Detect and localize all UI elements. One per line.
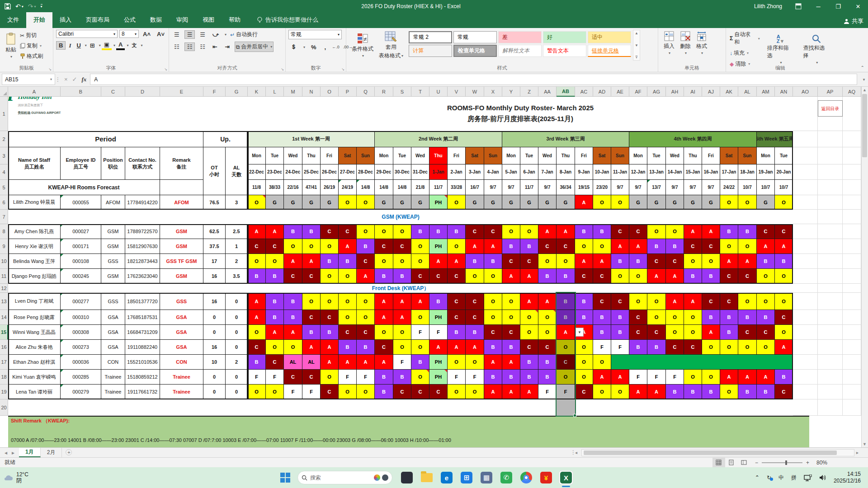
empty-cell[interactable]: [843, 284, 861, 293]
shift-cell[interactable]: A: [720, 370, 738, 385]
staff-remark[interactable]: AFOM: [160, 195, 203, 210]
shift-cell[interactable]: O: [339, 385, 357, 399]
shift-cell[interactable]: B: [502, 340, 520, 355]
align-bottom-icon[interactable]: ☰: [198, 31, 208, 38]
shift-cell[interactable]: B: [775, 254, 793, 269]
col-header-A[interactable]: A: [8, 87, 61, 97]
app-wechat[interactable]: ✆: [500, 471, 513, 484]
staff-position[interactable]: GSM: [101, 224, 125, 239]
shift-cell[interactable]: O: [720, 195, 738, 210]
shift-cell[interactable]: O: [466, 385, 484, 399]
shift-cell[interactable]: C: [393, 385, 411, 399]
shift-cell[interactable]: AL: [284, 355, 302, 370]
shift-cell[interactable]: O: [411, 239, 429, 254]
shift-cell[interactable]: B: [321, 254, 339, 269]
staff-id[interactable]: 000310: [61, 310, 101, 325]
shift-cell[interactable]: B: [702, 269, 720, 284]
row-header-1[interactable]: 1: [0, 97, 8, 131]
staff-contact[interactable]: 17685187531: [125, 310, 160, 325]
staff-ot-hours[interactable]: 10: [203, 355, 226, 370]
col-header-AN[interactable]: AN: [775, 87, 793, 97]
col-header-D[interactable]: D: [125, 87, 160, 97]
number-format-select[interactable]: 常规▾: [288, 30, 342, 39]
shift-cell[interactable]: B: [593, 224, 611, 239]
col-header-P[interactable]: P: [339, 87, 357, 97]
shift-cell[interactable]: A: [593, 254, 611, 269]
shift-cell[interactable]: B: [611, 254, 629, 269]
shift-cell[interactable]: A: [248, 310, 266, 325]
staff-contact[interactable]: 17623623040: [125, 269, 160, 284]
staff-id[interactable]: 000273: [61, 340, 101, 355]
wrap-text-button[interactable]: ↵自动换行: [229, 30, 259, 39]
shift-cell[interactable]: C: [557, 239, 575, 254]
shift-cell[interactable]: C: [484, 325, 502, 340]
shift-cell[interactable]: A: [393, 293, 411, 310]
staff-ot-hours[interactable]: 0: [203, 370, 226, 385]
shift-cell[interactable]: O: [248, 325, 266, 340]
shift-cell[interactable]: F: [538, 385, 557, 399]
shift-cell[interactable]: O: [684, 370, 702, 385]
shift-cell[interactable]: G: [702, 195, 720, 210]
shift-cell[interactable]: A: [538, 293, 557, 310]
shift-cell[interactable]: F: [302, 385, 321, 399]
empty-cell[interactable]: [843, 164, 861, 180]
shift-cell[interactable]: B: [520, 370, 538, 385]
shift-cell[interactable]: O: [757, 340, 775, 355]
shift-cell[interactable]: AL: [302, 355, 321, 370]
shift-cell[interactable]: O: [357, 310, 375, 325]
shift-cell[interactable]: O: [248, 385, 266, 399]
shift-cell[interactable]: O: [647, 310, 666, 325]
network-icon[interactable]: [804, 474, 812, 481]
shift-cell[interactable]: C: [321, 310, 339, 325]
col-header-AI[interactable]: AI: [684, 87, 702, 97]
shift-cell[interactable]: A: [466, 340, 484, 355]
shift-cell[interactable]: O: [393, 340, 411, 355]
row-header-15[interactable]: 15: [0, 325, 8, 340]
increase-indent-icon[interactable]: ⇥: [222, 43, 232, 51]
shift-cell[interactable]: B: [484, 370, 502, 385]
app-folder[interactable]: [420, 471, 434, 484]
cell-style-差[interactable]: 差: [498, 31, 542, 43]
empty-cell[interactable]: [793, 147, 818, 164]
shift-cell[interactable]: C: [775, 310, 793, 325]
empty-cell[interactable]: [843, 180, 861, 195]
staff-remark[interactable]: GSM: [160, 239, 203, 254]
shift-cell[interactable]: O: [484, 310, 502, 325]
col-header-AA[interactable]: AA: [538, 87, 557, 97]
row-header-5[interactable]: 5: [0, 180, 8, 195]
shift-cell[interactable]: O: [666, 310, 684, 325]
shift-cell[interactable]: B: [757, 310, 775, 325]
staff-contact[interactable]: 18212873443: [125, 254, 160, 269]
empty-cell[interactable]: [818, 385, 843, 399]
shift-cell[interactable]: A: [757, 370, 775, 385]
shift-cell[interactable]: A: [357, 269, 375, 284]
shift-cell[interactable]: F: [339, 370, 357, 385]
shift-cell[interactable]: B: [502, 370, 520, 385]
row-header-7[interactable]: 7: [0, 210, 8, 224]
shift-cell[interactable]: B: [284, 224, 302, 239]
shift-cell[interactable]: O: [411, 340, 429, 355]
shift-cell[interactable]: B: [757, 385, 775, 399]
shift-cell[interactable]: G: [393, 195, 411, 210]
shift-cell[interactable]: G: [321, 195, 339, 210]
shift-cell[interactable]: O: [775, 269, 793, 284]
shift-cell[interactable]: B: [266, 310, 284, 325]
shift-cell[interactable]: C: [339, 325, 357, 340]
shift-cell[interactable]: B: [284, 310, 302, 325]
shift-cell[interactable]: C: [647, 325, 666, 340]
shift-cell[interactable]: O: [248, 254, 266, 269]
shift-cell[interactable]: F: [448, 370, 466, 385]
col-header-AC[interactable]: AC: [575, 87, 593, 97]
shift-cell[interactable]: C: [284, 269, 302, 284]
shift-cell[interactable]: B: [302, 325, 321, 340]
shift-cell[interactable]: O: [593, 239, 611, 254]
staff-al-days[interactable]: 0: [226, 370, 248, 385]
shift-cell[interactable]: F: [666, 370, 684, 385]
shift-cell[interactable]: A: [738, 254, 757, 269]
confirm-entry-icon[interactable]: ✓: [72, 76, 77, 83]
shift-cell[interactable]: C: [466, 310, 484, 325]
empty-cell[interactable]: [843, 131, 861, 147]
shift-cell[interactable]: A: [666, 269, 684, 284]
shift-cell[interactable]: O: [757, 293, 775, 310]
shift-cell[interactable]: O: [321, 239, 339, 254]
